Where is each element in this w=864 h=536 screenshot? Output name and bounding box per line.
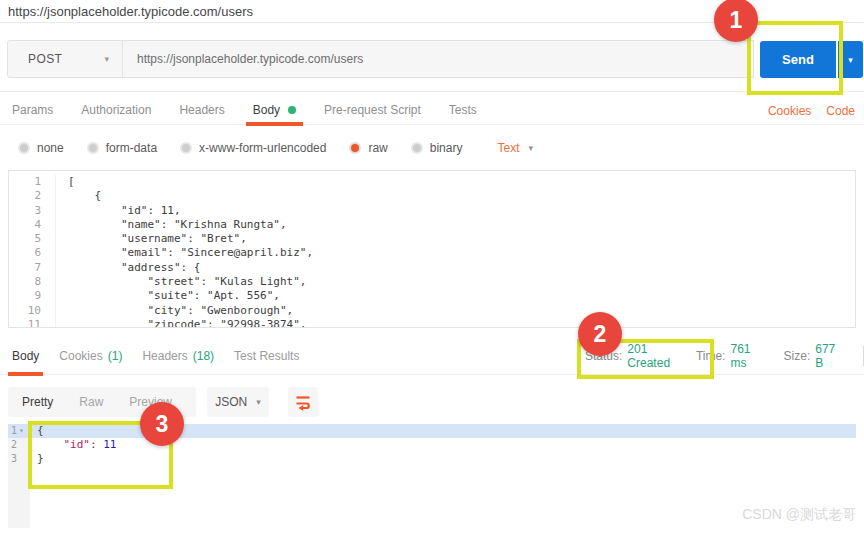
code-line: 8 "street": "Kulas Light", xyxy=(9,275,855,289)
method-select-value: POST xyxy=(28,52,62,66)
cookies-link[interactable]: Cookies xyxy=(768,104,811,118)
line-content: "city": "Gwenborough", xyxy=(55,304,293,318)
response-tab-headers[interactable]: Headers(18) xyxy=(142,338,214,375)
line-number: 10 xyxy=(9,304,55,318)
url-input-value: https://jsonplaceholder.typicode.com/use… xyxy=(137,52,363,66)
tab-label: Cookies xyxy=(59,349,102,363)
line-number: 7 xyxy=(9,261,55,275)
tab-label: Test Results xyxy=(234,349,299,363)
line-number: 5 xyxy=(9,232,55,246)
raw-format-value: Text xyxy=(497,141,519,155)
request-tab-title[interactable]: https://jsonplaceholder.typicode.com/use… xyxy=(8,4,253,19)
chevron-down-icon: ▾ xyxy=(848,55,853,65)
line-number: 3 xyxy=(8,452,30,466)
unsaved-dot-icon xyxy=(288,106,296,114)
radio-label: x-www-form-urlencoded xyxy=(199,141,326,155)
line-number: 2 xyxy=(9,189,55,203)
line-number: 6 xyxy=(9,246,55,260)
line-number: 9 xyxy=(9,289,55,303)
response-tab-body[interactable]: Body xyxy=(12,338,39,375)
tab-count: (18) xyxy=(193,349,214,363)
code-line: 2 { xyxy=(9,189,855,203)
chevron-down-icon: ▾ xyxy=(256,397,261,407)
url-input[interactable]: https://jsonplaceholder.typicode.com/use… xyxy=(122,40,754,78)
code-line: 11 "zipcode": "92998-3874", xyxy=(9,318,855,328)
code-line: 4 "name": "Krishna Rungta", xyxy=(9,218,855,232)
wrap-lines-button[interactable] xyxy=(288,387,318,417)
time-value: 761 ms xyxy=(730,342,760,370)
body-type-binary[interactable]: binary xyxy=(411,141,463,155)
tab-headers[interactable]: Headers xyxy=(179,96,224,125)
method-select[interactable]: POST ▾ xyxy=(7,40,123,78)
code-line: 5 "username": "Bret", xyxy=(9,232,855,246)
tab-params[interactable]: Params xyxy=(12,96,53,125)
chevron-down-icon: ▾ xyxy=(528,143,533,153)
line-content: "address": { xyxy=(55,261,200,275)
radio-icon xyxy=(411,142,423,154)
line-number: 11 xyxy=(9,318,55,328)
code-link[interactable]: Code xyxy=(826,104,855,118)
tab-pre-request-script[interactable]: Pre-request Script xyxy=(324,96,421,125)
line-content: [ xyxy=(55,175,75,189)
line-content: "street": "Kulas Light", xyxy=(55,275,306,289)
tab-tests[interactable]: Tests xyxy=(449,96,477,125)
radio-label: none xyxy=(37,141,64,155)
code-line: 6 "email": "Sincere@april.biz", xyxy=(9,246,855,260)
code-line: 3 "id": 11, xyxy=(9,204,855,218)
divider xyxy=(0,91,864,92)
size-label: Size: xyxy=(784,349,811,363)
response-format-value: JSON xyxy=(215,395,247,409)
line-number: 1▾ xyxy=(8,424,30,438)
body-type-form-data[interactable]: form-data xyxy=(87,141,157,155)
active-tab-underline xyxy=(8,372,43,376)
tab-label: Authorization xyxy=(81,103,151,117)
code-line: 1[ xyxy=(9,175,855,189)
step-3-badge: 3 xyxy=(140,402,184,446)
line-content: "id": 11, xyxy=(55,204,181,218)
tab-count: (1) xyxy=(108,349,123,363)
radio-icon xyxy=(18,142,30,154)
step-1-badge: 1 xyxy=(714,0,758,42)
body-type-none[interactable]: none xyxy=(18,141,64,155)
tab-label: Tests xyxy=(449,103,477,117)
request-links: Cookies Code xyxy=(768,96,855,125)
active-tab-underline xyxy=(246,122,303,126)
wrap-lines-icon xyxy=(294,393,312,411)
radio-icon xyxy=(180,142,192,154)
line-content: "name": "Krishna Rungta", xyxy=(55,218,287,232)
code-line: 7 "address": { xyxy=(9,261,855,275)
line-number: 2 xyxy=(8,438,30,452)
code-line: 9 "suite": "Apt. 556", xyxy=(9,289,855,303)
chevron-down-icon: ▾ xyxy=(104,54,109,64)
line-content: "username": "Bret", xyxy=(55,232,247,246)
response-tab-cookies[interactable]: Cookies(1) xyxy=(59,338,122,375)
tab-label: Body xyxy=(12,349,39,363)
radio-icon xyxy=(349,142,361,154)
tab-label: Body xyxy=(253,103,280,117)
view-raw[interactable]: Raw xyxy=(79,395,103,409)
watermark: CSDN @测试老哥 xyxy=(742,506,856,524)
radio-icon xyxy=(87,142,99,154)
code-line: 10 "city": "Gwenborough", xyxy=(9,304,855,318)
tab-label: Pre-request Script xyxy=(324,103,421,117)
radio-label: binary xyxy=(430,141,463,155)
line-content: "zipcode": "92998-3874", xyxy=(55,318,306,328)
size-value: 677 B xyxy=(815,342,839,370)
body-type-raw[interactable]: raw xyxy=(349,141,387,155)
view-pretty[interactable]: Pretty xyxy=(22,395,53,409)
radio-label: raw xyxy=(368,141,387,155)
raw-format-select[interactable]: Text▾ xyxy=(497,141,533,155)
response-format-select[interactable]: JSON ▾ xyxy=(207,387,269,417)
highlight-box-send xyxy=(747,21,843,95)
tab-body[interactable]: Body xyxy=(253,96,296,125)
collapse-icon[interactable]: ▾ xyxy=(19,424,24,438)
request-body-editor[interactable]: 1[2 {3 "id": 11,4 "name": "Krishna Rungt… xyxy=(8,170,856,328)
tab-authorization[interactable]: Authorization xyxy=(81,96,151,125)
request-tabs: ParamsAuthorizationHeadersBodyPre-reques… xyxy=(0,96,864,125)
line-number: 3 xyxy=(9,204,55,218)
response-tab-test-results[interactable]: Test Results xyxy=(234,338,299,375)
tab-label: Headers xyxy=(142,349,187,363)
body-type-x-www-form-urlencoded[interactable]: x-www-form-urlencoded xyxy=(180,141,326,155)
line-content: "suite": "Apt. 556", xyxy=(55,289,280,303)
body-type-bar: noneform-datax-www-form-urlencodedrawbin… xyxy=(0,133,864,163)
